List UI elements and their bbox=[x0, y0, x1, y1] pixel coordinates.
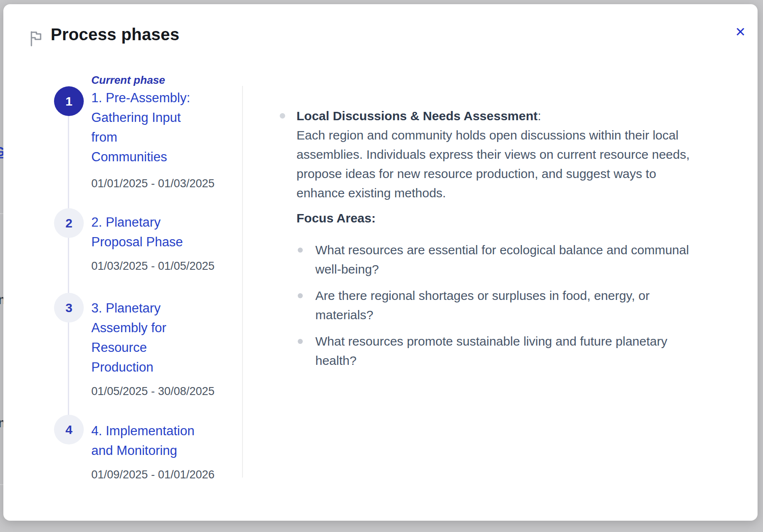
phase-step-4-badge[interactable]: 4 bbox=[54, 415, 84, 444]
phase-4-link[interactable]: 4. Implementation and Monitoring bbox=[91, 421, 217, 460]
list-item: Are there regional shortages or surpluse… bbox=[296, 286, 753, 325]
focus-question: What resources are essential for ecologi… bbox=[315, 243, 689, 276]
dialog-title: Process phases bbox=[51, 25, 179, 44]
close-icon[interactable]: ✕ bbox=[731, 23, 750, 41]
phase-2-dates: 01/03/2025 - 01/05/2025 bbox=[91, 259, 217, 273]
focus-areas-label: Focus Areas: bbox=[296, 209, 753, 228]
process-phases-dialog: Process phases ✕ 1 2 3 4 Current phase 1… bbox=[3, 4, 758, 521]
phase-3-dates: 01/05/2025 - 30/08/2025 bbox=[91, 385, 217, 398]
phase-4-dates: 01/09/2025 - 01/01/2026 bbox=[91, 468, 217, 481]
bullet-icon bbox=[298, 248, 303, 253]
phase-item-4: 4. Implementation and Monitoring 01/09/2… bbox=[91, 421, 217, 481]
stepper-connector-line bbox=[68, 101, 69, 430]
current-phase-label: Current phase bbox=[91, 73, 217, 87]
focus-areas-list: What resources are essential for ecologi… bbox=[296, 240, 753, 370]
bullet-icon bbox=[298, 293, 303, 298]
phase-item-2: 2. Planetary Proposal Phase 01/03/2025 -… bbox=[91, 212, 217, 273]
description-body: Each region and community holds open dis… bbox=[296, 126, 753, 203]
phase-step-3-badge[interactable]: 3 bbox=[54, 293, 84, 323]
phase-item-3: 3. Planetary Assembly for Resource Produ… bbox=[91, 298, 217, 398]
bullet-icon bbox=[298, 339, 303, 344]
bullet-icon bbox=[280, 113, 285, 119]
panel-divider bbox=[242, 86, 243, 478]
phase-2-link[interactable]: 2. Planetary Proposal Phase bbox=[91, 212, 217, 252]
flag-icon bbox=[28, 29, 44, 47]
phase-step-2-badge[interactable]: 2 bbox=[54, 208, 84, 238]
focus-question: Are there regional shortages or surpluse… bbox=[315, 289, 650, 322]
focus-question: What resources promote sustainable livin… bbox=[315, 334, 667, 367]
description-heading-line: Local Discussions & Needs Assessment: bbox=[296, 106, 753, 126]
phase-1-dates: 01/01/2025 - 01/03/2025 bbox=[91, 177, 217, 190]
description-heading-colon: : bbox=[538, 109, 541, 123]
description-heading: Local Discussions & Needs Assessment bbox=[296, 109, 538, 123]
list-item: What resources promote sustainable livin… bbox=[296, 332, 753, 370]
phase-item-1: Current phase 1. Pre-Assembly: Gathering… bbox=[91, 73, 217, 190]
list-item: What resources are essential for ecologi… bbox=[296, 240, 753, 279]
phase-3-link[interactable]: 3. Planetary Assembly for Resource Produ… bbox=[91, 298, 217, 377]
phase-1-link[interactable]: 1. Pre-Assembly: Gathering Input from Co… bbox=[91, 88, 217, 167]
phase-step-1-badge[interactable]: 1 bbox=[54, 86, 84, 116]
phase-description-panel: Local Discussions & Needs Assessment: Ea… bbox=[296, 106, 753, 377]
